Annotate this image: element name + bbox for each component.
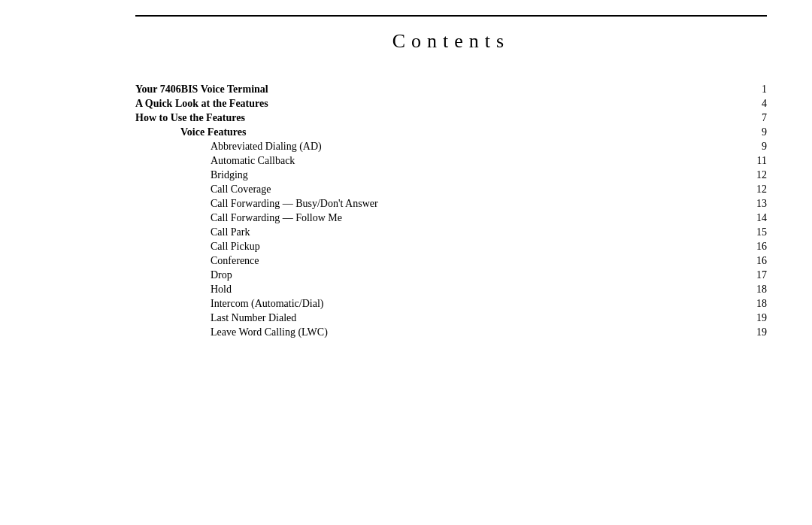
toc-label: Automatic Callback bbox=[135, 154, 737, 168]
toc-page: 7 bbox=[737, 111, 767, 126]
toc-page: 11 bbox=[737, 154, 767, 168]
toc-row: Conference16 bbox=[135, 254, 767, 269]
toc-page: 16 bbox=[737, 254, 767, 269]
toc-label: Call Park bbox=[135, 226, 737, 240]
toc-page: 1 bbox=[737, 83, 767, 97]
toc-row: Call Pickup16 bbox=[135, 240, 767, 254]
toc-label: Bridging bbox=[135, 168, 737, 183]
toc-row: Drop17 bbox=[135, 269, 767, 283]
toc-label: Last Number Dialed bbox=[135, 311, 737, 326]
toc-row: Call Coverage12 bbox=[135, 183, 767, 197]
toc-page: 12 bbox=[737, 168, 767, 183]
toc-page: 16 bbox=[737, 240, 767, 254]
toc-page: 9 bbox=[737, 140, 767, 154]
toc-label: Conference bbox=[135, 254, 737, 269]
toc-row: Abbreviated Dialing (AD)9 bbox=[135, 140, 767, 154]
toc-row: Automatic Callback11 bbox=[135, 154, 767, 168]
toc-row: Last Number Dialed19 bbox=[135, 311, 767, 326]
top-rule bbox=[135, 15, 767, 17]
toc-row: Your 7406BIS Voice Terminal1 bbox=[135, 83, 767, 97]
toc-label: Call Coverage bbox=[135, 183, 737, 197]
toc-row: Call Park15 bbox=[135, 226, 767, 240]
toc-row: Call Forwarding — Follow Me14 bbox=[135, 211, 767, 226]
toc-row: Bridging12 bbox=[135, 168, 767, 183]
toc-label: Hold bbox=[135, 283, 737, 297]
toc-label: Your 7406BIS Voice Terminal bbox=[135, 83, 737, 97]
toc-page: 18 bbox=[737, 283, 767, 297]
toc-row: Hold18 bbox=[135, 283, 767, 297]
toc-row: Call Forwarding — Busy/Don't Answer13 bbox=[135, 197, 767, 211]
toc-page: 13 bbox=[737, 197, 767, 211]
toc-label: Call Forwarding — Follow Me bbox=[135, 211, 737, 226]
toc-row: A Quick Look at the Features4 bbox=[135, 97, 767, 111]
toc-page: 12 bbox=[737, 183, 767, 197]
toc-label: Leave Word Calling (LWC) bbox=[135, 326, 737, 340]
page-title: Contents bbox=[135, 30, 767, 53]
toc-label: Abbreviated Dialing (AD) bbox=[135, 140, 737, 154]
toc-row: Voice Features9 bbox=[135, 126, 767, 140]
toc-page: 19 bbox=[737, 311, 767, 326]
toc-label: Intercom (Automatic/Dial) bbox=[135, 297, 737, 311]
content-area: Contents Your 7406BIS Voice Terminal1A Q… bbox=[135, 0, 767, 340]
toc-page: 18 bbox=[737, 297, 767, 311]
toc-table: Your 7406BIS Voice Terminal1A Quick Look… bbox=[135, 75, 767, 340]
toc-page: 17 bbox=[737, 269, 767, 283]
toc-page: 15 bbox=[737, 226, 767, 240]
toc-row: Intercom (Automatic/Dial)18 bbox=[135, 297, 767, 311]
toc-label: A Quick Look at the Features bbox=[135, 97, 737, 111]
toc-label: Call Pickup bbox=[135, 240, 737, 254]
toc-page: 19 bbox=[737, 326, 767, 340]
toc-label: Call Forwarding — Busy/Don't Answer bbox=[135, 197, 737, 211]
page: Contents Your 7406BIS Voice Terminal1A Q… bbox=[0, 0, 812, 525]
toc-page: 4 bbox=[737, 97, 767, 111]
toc-row: Leave Word Calling (LWC)19 bbox=[135, 326, 767, 340]
toc-page: 9 bbox=[737, 126, 767, 140]
toc-page: 14 bbox=[737, 211, 767, 226]
toc-label: Drop bbox=[135, 269, 737, 283]
toc-row: How to Use the Features7 bbox=[135, 111, 767, 126]
toc-label: How to Use the Features bbox=[135, 111, 737, 126]
toc-label: Voice Features bbox=[135, 126, 737, 140]
